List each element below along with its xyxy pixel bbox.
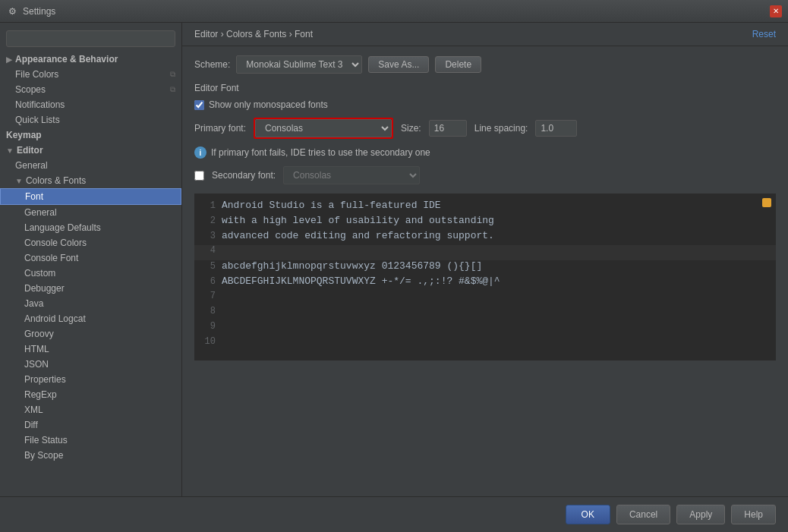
- sidebar-item-java[interactable]: Java: [0, 296, 181, 311]
- sidebar-item-label: RegExp: [24, 389, 57, 400]
- secondary-font-label[interactable]: Secondary font:: [212, 170, 276, 181]
- sidebar-item-label: Properties: [24, 374, 66, 385]
- sidebar-item-by-scope[interactable]: By Scope: [0, 448, 181, 463]
- line-num: 2: [194, 216, 222, 226]
- breadcrumb: Editor › Colors & Fonts › Font Reset: [182, 23, 788, 46]
- sidebar-item-console-colors[interactable]: Console Colors: [0, 235, 181, 250]
- cancel-button[interactable]: Cancel: [616, 505, 670, 524]
- sidebar-item-quick-lists[interactable]: Quick Lists: [0, 112, 181, 127]
- line-content: with a high level of usability and outst…: [222, 215, 494, 226]
- size-input[interactable]: [429, 120, 467, 137]
- line-num: 1: [194, 200, 222, 211]
- delete-button[interactable]: Delete: [435, 56, 481, 73]
- sidebar-item-custom[interactable]: Custom: [0, 266, 181, 281]
- bottom-bar: OK Cancel Apply Help: [0, 496, 788, 532]
- monospaced-checkbox-label[interactable]: Show only monospaced fonts: [209, 99, 328, 110]
- sidebar-item-properties[interactable]: Properties: [0, 372, 181, 387]
- code-line-8: 8: [194, 306, 776, 321]
- sidebar-item-label: Editor: [17, 145, 43, 156]
- sidebar-item-file-status[interactable]: File Status: [0, 433, 181, 448]
- scheme-label: Scheme:: [194, 59, 230, 70]
- line-spacing-input[interactable]: [535, 120, 577, 137]
- sidebar-item-label: HTML: [24, 344, 49, 354]
- sidebar-item-appearance-behavior[interactable]: ▶ Appearance & Behavior: [0, 52, 181, 67]
- sidebar-item-notifications[interactable]: Notifications: [0, 97, 181, 112]
- spacing-label: Line spacing:: [474, 123, 528, 134]
- sidebar-item-label: Console Font: [24, 253, 78, 263]
- sidebar-item-label: Groovy: [24, 329, 54, 339]
- close-button[interactable]: ✕: [770, 5, 782, 17]
- help-button[interactable]: Help: [731, 505, 776, 524]
- reset-button[interactable]: Reset: [752, 29, 776, 39]
- scheme-row: Scheme: Monokai Sublime Text 3 Save As..…: [194, 55, 776, 74]
- sidebar-item-label: General: [15, 160, 48, 171]
- sidebar-item-label: File Colors: [15, 69, 58, 80]
- apply-button[interactable]: Apply: [676, 505, 725, 524]
- copy-icon: ⧉: [170, 85, 175, 94]
- sidebar-item-label: XML: [24, 405, 43, 415]
- code-line-2: 2 with a high level of usability and out…: [194, 215, 776, 230]
- window-title: Settings: [23, 6, 770, 17]
- sidebar-item-label: Font: [25, 191, 43, 202]
- line-num: 5: [194, 261, 222, 272]
- line-num: 6: [194, 276, 222, 287]
- sidebar-item-xml[interactable]: XML: [0, 402, 181, 417]
- toggle-icon: ▶: [6, 55, 12, 64]
- sidebar-item-debugger[interactable]: Debugger: [0, 281, 181, 296]
- breadcrumb-path: Editor › Colors & Fonts › Font: [194, 29, 313, 39]
- sidebar-item-label: General: [24, 207, 57, 218]
- sidebar-item-general[interactable]: General: [0, 158, 181, 173]
- monospaced-checkbox[interactable]: [194, 100, 204, 110]
- sidebar-item-label: JSON: [24, 359, 49, 370]
- monospaced-checkbox-row: Show only monospaced fonts: [194, 99, 776, 110]
- app-icon: ⚙: [6, 5, 18, 17]
- sidebar-item-label: By Scope: [24, 450, 63, 461]
- info-text: If primary font fails, IDE tries to use …: [211, 147, 430, 158]
- sidebar-item-language-defaults[interactable]: Language Defaults: [0, 220, 181, 235]
- sidebar-item-console-font[interactable]: Console Font: [0, 250, 181, 266]
- sidebar-item-diff[interactable]: Diff: [0, 417, 181, 433]
- sidebar-item-label: Language Defaults: [24, 222, 101, 233]
- sidebar-item-android-logcat[interactable]: Android Logcat: [0, 311, 181, 326]
- primary-font-select[interactable]: Consolas: [255, 119, 392, 137]
- primary-font-dropdown-wrapper: Consolas: [254, 118, 393, 139]
- search-input[interactable]: [6, 30, 175, 47]
- secondary-font-select[interactable]: Consolas: [283, 166, 420, 184]
- line-num: 9: [194, 321, 222, 332]
- save-as-button[interactable]: Save As...: [368, 56, 429, 73]
- secondary-font-row: Secondary font: Consolas: [194, 166, 776, 184]
- sidebar-item-label: Java: [24, 298, 43, 309]
- main-container: ▶ Appearance & Behavior File Colors ⧉ Sc…: [0, 23, 788, 532]
- sidebar-item-keymap[interactable]: Keymap: [0, 127, 181, 143]
- code-line-9: 9: [194, 321, 776, 336]
- sidebar-item-regexp[interactable]: RegExp: [0, 387, 181, 402]
- sidebar-item-html[interactable]: HTML: [0, 342, 181, 357]
- size-label: Size:: [401, 123, 421, 134]
- info-icon: i: [194, 146, 206, 159]
- sidebar-item-label: Scopes: [15, 84, 46, 95]
- sidebar-item-scopes[interactable]: Scopes ⧉: [0, 82, 181, 97]
- sidebar-item-label: Colors & Fonts: [26, 175, 86, 186]
- code-line-7: 7: [194, 291, 776, 306]
- sidebar-item-label: Console Colors: [24, 238, 87, 248]
- ok-button[interactable]: OK: [566, 505, 610, 524]
- sidebar-item-file-colors[interactable]: File Colors ⧉: [0, 67, 181, 82]
- scheme-select[interactable]: Monokai Sublime Text 3: [236, 55, 362, 74]
- sidebar-item-colors-fonts[interactable]: ▼ Colors & Fonts: [0, 173, 181, 188]
- secondary-font-checkbox[interactable]: [194, 171, 204, 181]
- line-content: ABCDEFGHIJKLMNOPQRSTUVWXYZ +-*/= .,;:!? …: [222, 275, 500, 287]
- sidebar-item-groovy[interactable]: Groovy: [0, 326, 181, 342]
- line-content: advanced code editing and refactoring su…: [222, 230, 494, 241]
- sidebar: ▶ Appearance & Behavior File Colors ⧉ Sc…: [0, 23, 182, 496]
- sidebar-item-general2[interactable]: General: [0, 205, 181, 220]
- orange-indicator: [762, 198, 771, 207]
- line-content: abcdefghijklmnopqrstuvwxyz 0123456789 ()…: [222, 260, 482, 272]
- sidebar-item-font[interactable]: Font: [0, 188, 181, 205]
- toggle-icon: ▼: [15, 177, 23, 185]
- code-preview: 1 Android Studio is a full-featured IDE …: [194, 194, 776, 360]
- sidebar-item-json[interactable]: JSON: [0, 357, 181, 372]
- title-bar: ⚙ Settings ✕: [0, 0, 788, 23]
- sidebar-item-editor[interactable]: ▼ Editor: [0, 143, 181, 158]
- settings-content: Scheme: Monokai Sublime Text 3 Save As..…: [182, 46, 788, 496]
- code-line-5: 5 abcdefghijklmnopqrstuvwxyz 0123456789 …: [194, 260, 776, 275]
